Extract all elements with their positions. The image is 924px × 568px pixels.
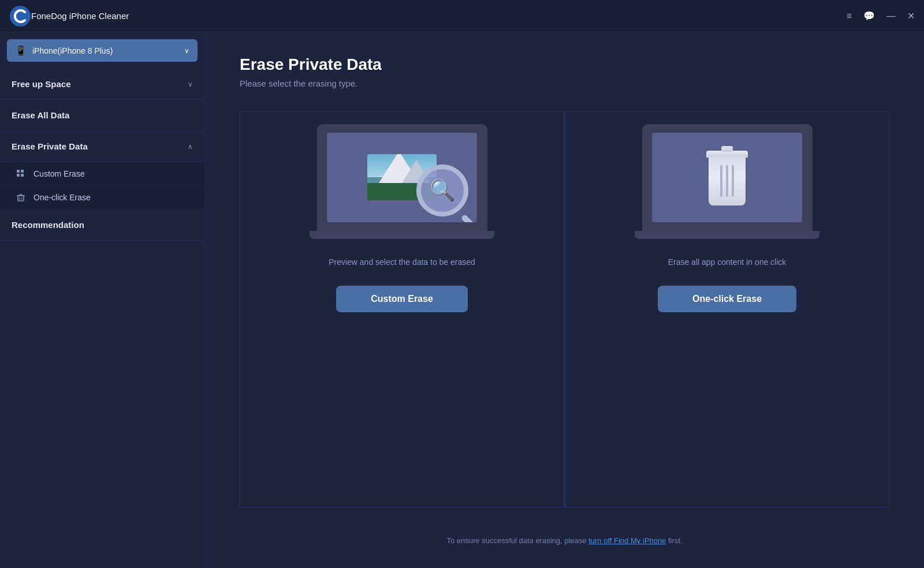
page-subtitle: Please select the erasing type.	[240, 79, 889, 88]
laptop-body-left: 🔍	[317, 124, 487, 231]
erase-private-data-chevron-icon: ∧	[188, 143, 193, 151]
sidebar-section-erase-private-data: Erase Private Data ∧ Custom Erase	[0, 131, 204, 210]
one-click-erase-sub-label: One-click Erase	[33, 193, 91, 202]
device-selector[interactable]: 📱 iPhone(iPhone 8 Plus) ∨	[7, 39, 198, 62]
erase-all-data-label: Erase All Data	[12, 110, 69, 120]
laptop-base-right	[635, 231, 819, 239]
svg-rect-1	[17, 170, 20, 173]
svg-point-0	[10, 6, 31, 27]
laptop-base-left	[310, 231, 494, 239]
sidebar-section-recommendation: Recommendation	[0, 210, 204, 241]
grid-icon	[16, 169, 27, 178]
laptop-body-right	[642, 124, 813, 231]
laptop-screen-right	[652, 133, 802, 222]
sidebar-section-free-up-space: Free up Space ∨	[0, 69, 204, 100]
sidebar: 📱 iPhone(iPhone 8 Plus) ∨ Free up Space …	[0, 32, 205, 568]
custom-erase-description: Preview and select the data to be erased	[329, 256, 475, 268]
device-icon: 📱	[15, 45, 27, 56]
erase-private-data-subitems: Custom Erase One-click Erase	[0, 162, 204, 210]
device-name: iPhone(iPhone 8 Plus)	[32, 46, 178, 55]
app-logo	[9, 5, 31, 27]
one-click-erase-description: Erase all app content in one click	[668, 256, 787, 268]
sidebar-section-erase-all-data: Erase All Data	[0, 100, 204, 131]
custom-erase-card: 🔍 Preview and select the data to be eras…	[240, 111, 564, 507]
sidebar-item-erase-private-data[interactable]: Erase Private Data ∧	[0, 131, 204, 162]
erase-private-data-label: Erase Private Data	[12, 141, 88, 151]
trash-icon	[16, 193, 27, 202]
footer-note: To ensure successful data erasing, pleas…	[240, 525, 889, 545]
main-layout: 📱 iPhone(iPhone 8 Plus) ∨ Free up Space …	[0, 32, 924, 568]
menu-icon[interactable]: ≡	[847, 11, 852, 21]
search-icon-large: 🔍	[430, 178, 456, 203]
sidebar-item-free-up-space[interactable]: Free up Space ∨	[0, 69, 204, 100]
svg-rect-5	[18, 196, 24, 201]
trash-line-1	[720, 165, 722, 197]
main-content: Erase Private Data Please select the era…	[205, 32, 924, 568]
close-icon[interactable]: ✕	[907, 10, 915, 21]
footer-text-after: first.	[666, 536, 682, 545]
trash-line-3	[732, 165, 734, 197]
free-up-space-label: Free up Space	[12, 79, 71, 89]
one-click-erase-illustration	[640, 124, 814, 239]
custom-erase-illustration: 🔍	[315, 124, 489, 239]
title-bar: FoneDog iPhone Cleaner ≡ 💬 — ✕	[0, 0, 924, 32]
svg-rect-4	[21, 174, 24, 177]
sidebar-item-erase-all-data[interactable]: Erase All Data	[0, 100, 204, 131]
page-title: Erase Private Data	[240, 55, 889, 74]
one-click-erase-button[interactable]: One-click Erase	[658, 286, 796, 312]
find-my-iphone-link[interactable]: turn off Find My iPhone	[588, 536, 666, 545]
free-up-space-chevron-icon: ∨	[188, 80, 193, 88]
trash-lid-handle	[721, 146, 733, 152]
custom-erase-button[interactable]: Custom Erase	[336, 286, 468, 312]
magnifier-overlay: 🔍	[416, 165, 468, 216]
laptop-screen-left: 🔍	[327, 133, 477, 222]
one-click-erase-card: Erase all app content in one click One-c…	[565, 111, 889, 507]
sidebar-item-recommendation[interactable]: Recommendation	[0, 210, 204, 241]
svg-rect-3	[17, 174, 20, 177]
custom-erase-sub-label: Custom Erase	[33, 169, 85, 178]
device-chevron-icon: ∨	[184, 47, 189, 55]
recommendation-label: Recommendation	[12, 220, 84, 230]
sidebar-item-one-click-erase[interactable]: One-click Erase	[0, 186, 204, 210]
chat-icon[interactable]: 💬	[863, 10, 875, 21]
window-controls: ≡ 💬 — ✕	[847, 10, 915, 21]
svg-rect-2	[21, 170, 24, 173]
erase-type-cards: 🔍 Preview and select the data to be eras…	[240, 111, 889, 507]
trash-can-illustration	[706, 150, 748, 205]
minimize-icon[interactable]: —	[886, 11, 896, 21]
trash-body	[709, 156, 746, 205]
trash-line-2	[726, 165, 728, 197]
app-title: FoneDog iPhone Cleaner	[31, 11, 847, 21]
footer-text-before: To ensure successful data erasing, pleas…	[446, 536, 588, 545]
sidebar-item-custom-erase[interactable]: Custom Erase	[0, 162, 204, 186]
